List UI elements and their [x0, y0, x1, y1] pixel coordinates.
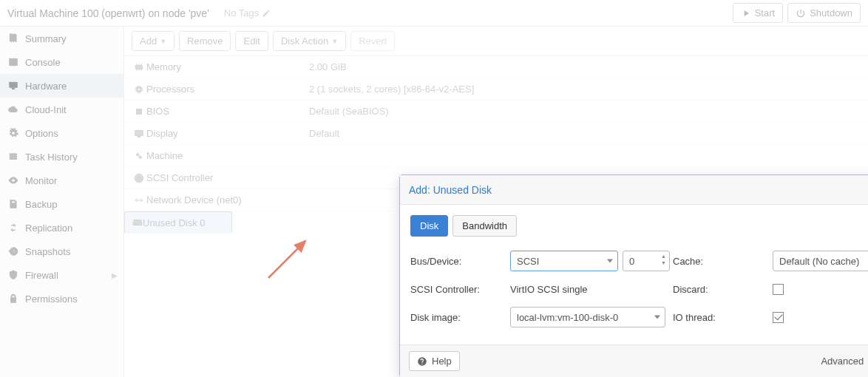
- advanced-toggle[interactable]: Advanced: [821, 356, 868, 367]
- shutdown-label: Shutdown: [810, 7, 852, 18]
- cache-select[interactable]: Default (No cache): [773, 251, 868, 271]
- scsi-controller-label: SCSI Controller:: [410, 284, 510, 295]
- device-number-input[interactable]: 0▲▼: [623, 251, 670, 271]
- sidebar-item-label: Console: [25, 57, 61, 68]
- chevron-right-icon: ▶: [112, 271, 118, 279]
- sidebar-item-firewall[interactable]: Firewall▶: [0, 263, 123, 287]
- sidebar-item-backup[interactable]: Backup: [0, 192, 123, 216]
- tab-disk[interactable]: Disk: [410, 215, 448, 237]
- help-icon: [417, 356, 427, 367]
- discard-label: Discard:: [673, 284, 773, 295]
- disk-image-select[interactable]: local-lvm:vm-100-disk-0: [510, 307, 665, 327]
- sidebar-item-label: Snapshots: [25, 246, 70, 257]
- sidebar-item-label: Replication: [25, 223, 72, 234]
- book-icon: [7, 33, 19, 44]
- start-label: Start: [755, 7, 775, 18]
- iothread-checkbox[interactable]: [773, 312, 784, 323]
- sidebar-item-permissions[interactable]: Permissions: [0, 287, 123, 310]
- bus-device-label: Bus/Device:: [410, 256, 510, 267]
- pencil-icon: [262, 9, 271, 18]
- play-icon: [741, 8, 751, 18]
- sidebar-item-label: Options: [25, 128, 58, 139]
- history-icon: [7, 245, 19, 257]
- help-button[interactable]: Help: [409, 351, 460, 371]
- lock-icon: [7, 293, 19, 305]
- eye-icon: [7, 174, 19, 186]
- disk-image-label: Disk image:: [410, 312, 510, 323]
- sidebar-item-hardware[interactable]: Hardware: [0, 74, 123, 98]
- sidebar-item-cloud-init[interactable]: Cloud-Init: [0, 98, 123, 121]
- shield-icon: [7, 269, 19, 281]
- sidebar-item-label: Backup: [25, 199, 57, 210]
- terminal-icon: [7, 56, 19, 68]
- sidebar-item-options[interactable]: Options: [0, 121, 123, 145]
- help-label: Help: [432, 356, 452, 367]
- page-title: Virtual Machine 100 (openwrt) on node 'p…: [7, 7, 209, 19]
- cache-label: Cache:: [673, 256, 773, 267]
- start-button[interactable]: Start: [733, 3, 783, 23]
- sidebar-item-task-history[interactable]: Task History: [0, 145, 123, 169]
- sidebar: SummaryConsoleHardwareCloud-InitOptionsT…: [0, 27, 124, 377]
- save-icon: [7, 198, 19, 210]
- sidebar-item-summary[interactable]: Summary: [0, 27, 123, 50]
- sidebar-item-label: Permissions: [25, 293, 78, 305]
- discard-checkbox[interactable]: [773, 284, 784, 295]
- sidebar-item-label: Monitor: [25, 175, 57, 186]
- sidebar-item-label: Task History: [25, 152, 78, 163]
- sidebar-item-label: Hardware: [25, 81, 67, 92]
- tags-area[interactable]: No Tags: [224, 7, 271, 18]
- add-unused-disk-dialog: Add: Unused Disk Disk Bandwidth Bus/Devi…: [399, 174, 868, 377]
- no-tags-text: No Tags: [224, 7, 259, 18]
- swap-icon: [7, 222, 19, 234]
- list-icon: [7, 151, 19, 163]
- iothread-label: IO thread:: [673, 312, 773, 323]
- cloud-icon: [7, 103, 19, 115]
- dialog-title: Add: Unused Disk: [409, 184, 492, 196]
- sidebar-item-replication[interactable]: Replication: [0, 216, 123, 240]
- sidebar-item-console[interactable]: Console: [0, 50, 123, 74]
- scsi-controller-value: VirtIO SCSI single: [510, 284, 673, 295]
- sidebar-item-monitor[interactable]: Monitor: [0, 169, 123, 192]
- tab-bandwidth[interactable]: Bandwidth: [452, 215, 517, 237]
- sidebar-item-label: Cloud-Init: [25, 104, 67, 115]
- gear-icon: [7, 127, 19, 139]
- monitor-icon: [7, 80, 19, 92]
- power-icon: [796, 8, 806, 18]
- advanced-label: Advanced: [821, 356, 864, 367]
- bus-select[interactable]: SCSI: [510, 251, 618, 271]
- sidebar-item-label: Firewall: [25, 270, 58, 281]
- sidebar-item-snapshots[interactable]: Snapshots: [0, 240, 123, 263]
- shutdown-button[interactable]: Shutdown: [787, 3, 861, 23]
- sidebar-item-label: Summary: [25, 33, 67, 44]
